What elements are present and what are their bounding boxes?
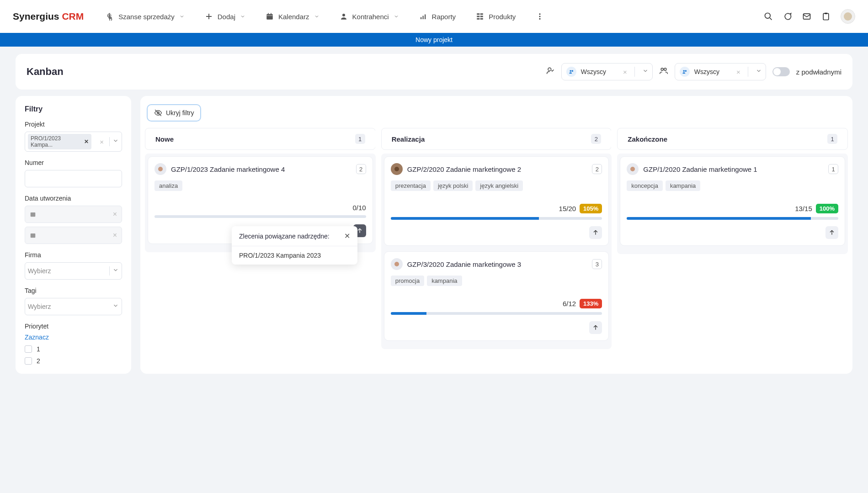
svg-rect-9: [477, 13, 479, 15]
percentage-badge: 100%: [816, 204, 838, 213]
svg-point-24: [571, 70, 573, 72]
card-count-badge: 3: [592, 259, 602, 269]
filters-panel: Filtry Projekt PRO/1/2023 Kampa... ✕ × N…: [16, 96, 131, 374]
card-title: GZP/1/2023 Zadanie marketingowe 4: [171, 165, 351, 173]
owner-select[interactable]: Wszyscy ×: [561, 63, 653, 80]
move-up-button[interactable]: [825, 226, 838, 239]
nav-calendar[interactable]: Kalendarz: [266, 12, 320, 21]
svg-rect-1: [266, 14, 273, 20]
subordinates-toggle[interactable]: [772, 67, 790, 76]
nav-products[interactable]: Produkty: [476, 12, 516, 21]
related-orders-popover: Zlecenia powiązane nadrzędne: ✕ PRO/1/20…: [232, 226, 357, 265]
kanban-board: Ukryj filtry Nowe 1 GZP/1/2023 Zadanie m…: [140, 96, 852, 374]
nav-add[interactable]: Dodaj: [205, 12, 245, 21]
person-check-icon: [546, 66, 555, 77]
select-all-link[interactable]: Zaznacz: [25, 334, 122, 341]
priority-option-2[interactable]: 2: [25, 357, 122, 365]
progress-text: 15/20: [559, 205, 576, 212]
kanban-card[interactable]: GZP/3/2020 Zadanie marketingowe 3 3 prom…: [384, 251, 609, 341]
chevron-down-icon: [394, 14, 399, 19]
tags-select[interactable]: Wybierz: [25, 298, 122, 315]
tag: prezentacja: [391, 180, 431, 191]
project-label: Projekt: [25, 121, 122, 128]
team-select[interactable]: Wszyscy ×: [675, 63, 766, 80]
nav-reports[interactable]: Raporty: [419, 12, 456, 21]
checkbox[interactable]: [25, 357, 32, 365]
close-icon[interactable]: ✕: [344, 232, 350, 240]
svg-point-26: [664, 68, 666, 70]
clear-icon[interactable]: ×: [113, 231, 117, 239]
move-up-button[interactable]: [589, 226, 602, 239]
user-avatar[interactable]: [841, 9, 855, 24]
svg-point-23: [570, 70, 571, 72]
kanban-card[interactable]: GZP/2/2020 Zadanie marketingowe 2 2 prez…: [384, 156, 609, 246]
topbar: Synergius CRM $ Szanse sprzedaży Dodaj K…: [0, 0, 868, 33]
tag: język angielski: [475, 180, 523, 191]
column-count: 1: [827, 134, 837, 144]
company-select[interactable]: Wybierz: [25, 262, 122, 280]
column-header: Nowe 1: [145, 128, 376, 150]
card-tags: analiza: [154, 180, 366, 191]
percentage-badge: 133%: [580, 299, 602, 308]
chat-icon[interactable]: [783, 12, 792, 21]
grid-icon: [476, 12, 484, 21]
clear-icon[interactable]: ×: [623, 68, 627, 76]
plus-icon: [205, 12, 213, 21]
svg-rect-14: [480, 18, 483, 20]
progress-text: 0/10: [352, 204, 366, 212]
clipboard-icon[interactable]: [821, 12, 831, 21]
move-up-button[interactable]: [589, 321, 602, 334]
chevron-down-icon: [314, 14, 320, 19]
nav-more[interactable]: [536, 12, 544, 21]
nav-sales[interactable]: $ Szanse sprzedaży: [106, 12, 185, 21]
date-from-input[interactable]: ×: [25, 206, 122, 223]
column-count: 2: [591, 134, 601, 144]
chevron-down-icon: [112, 267, 119, 275]
svg-rect-13: [477, 18, 479, 20]
assignee-avatar: [391, 258, 403, 270]
tag: kampania: [666, 180, 700, 191]
svg-rect-3: [268, 13, 269, 15]
card-tags: prezentacja język polski język angielski: [391, 180, 602, 191]
company-label: Firma: [25, 251, 122, 259]
column-title: Realizacja: [392, 135, 425, 143]
mail-icon[interactable]: [802, 12, 811, 21]
page-header: Kanban Wszyscy × Wszyscy × z podwładnymi: [16, 54, 852, 90]
chevron-down-icon: [179, 14, 185, 19]
progress-bar: [391, 217, 602, 220]
toggle-label: z podwładnymi: [796, 68, 841, 76]
column-in-progress: Realizacja 2 GZP/2/2020 Zadanie marketin…: [381, 128, 612, 349]
chip-remove-icon[interactable]: ✕: [84, 138, 89, 145]
search-icon[interactable]: [764, 12, 773, 21]
project-select[interactable]: PRO/1/2023 Kampa... ✕ ×: [25, 132, 122, 152]
nav-contractors[interactable]: Kontrahenci: [340, 12, 399, 21]
card-title: GZP/2/2020 Zadanie marketingowe 2: [407, 165, 588, 173]
number-input[interactable]: [25, 170, 122, 187]
clear-icon[interactable]: ×: [736, 68, 740, 76]
calendar-icon: [30, 232, 36, 239]
progress-text: 6/12: [563, 300, 576, 307]
clear-icon[interactable]: ×: [113, 210, 117, 218]
calendar-icon: [266, 12, 274, 21]
logo: Synergius CRM: [13, 11, 84, 22]
svg-rect-20: [823, 13, 829, 20]
popover-header: Zlecenia powiązane nadrzędne: ✕: [232, 226, 357, 246]
kanban-card[interactable]: GZP/1/2020 Zadanie marketingowe 1 1 konc…: [620, 156, 845, 246]
svg-point-28: [685, 70, 687, 72]
nav-label: Kalendarz: [278, 13, 309, 21]
group-icon: [680, 67, 690, 77]
project-banner[interactable]: Nowy projekt: [0, 33, 868, 47]
tags-label: Tagi: [25, 287, 122, 294]
checkbox[interactable]: [25, 345, 32, 353]
chevron-down-icon: [112, 302, 119, 311]
hide-filters-button[interactable]: Ukryj filtry: [147, 104, 201, 122]
page-title: Kanban: [27, 66, 64, 78]
priority-option-1[interactable]: 1: [25, 345, 122, 353]
date-to-input[interactable]: ×: [25, 227, 122, 244]
card-title: GZP/3/2020 Zadanie marketingowe 3: [407, 260, 588, 268]
group-icon: [566, 67, 576, 77]
popover-item[interactable]: PRO/1/2023 Kampania 2023: [232, 246, 357, 265]
clear-icon[interactable]: ×: [97, 138, 107, 146]
progress-text: 13/15: [795, 205, 812, 212]
column-done: Zakończone 1 GZP/1/2020 Zadanie marketin…: [617, 128, 848, 349]
